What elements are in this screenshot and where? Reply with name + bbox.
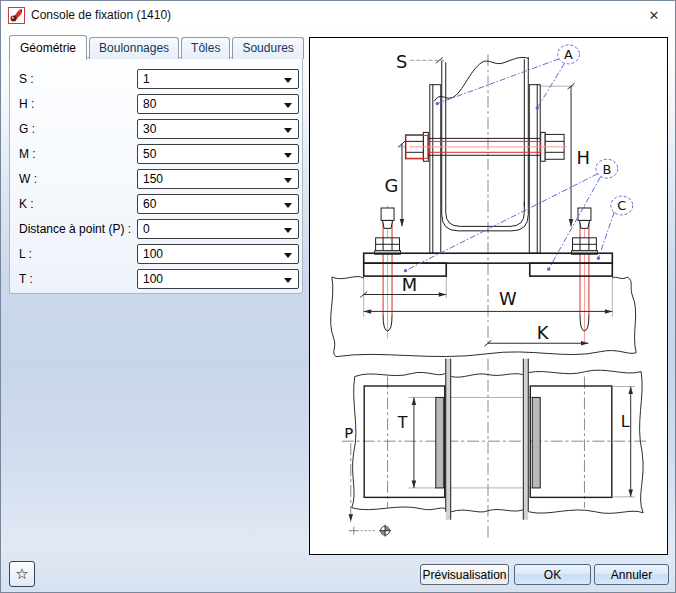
combo-s[interactable]: 1 bbox=[137, 69, 299, 89]
combo-h[interactable]: 80 bbox=[137, 94, 299, 114]
app-icon bbox=[8, 7, 25, 24]
tab-geometrie[interactable]: Géométrie bbox=[9, 35, 87, 60]
dim-label-h: H bbox=[577, 147, 590, 168]
chevron-down-icon[interactable] bbox=[284, 103, 292, 108]
dim-label-l: L bbox=[621, 412, 630, 431]
chevron-down-icon[interactable] bbox=[284, 78, 292, 83]
form-row: G : 30 bbox=[10, 119, 302, 139]
combo-g[interactable]: 30 bbox=[137, 119, 299, 139]
preview-drawing: S H G M W K T L P A B C bbox=[309, 37, 668, 555]
form-row: S : 1 bbox=[10, 69, 302, 89]
combo-t-value: 100 bbox=[143, 272, 163, 286]
dim-label-m: M bbox=[402, 274, 417, 295]
field-label-t: T : bbox=[19, 269, 33, 289]
combo-p-distance[interactable]: 0 bbox=[137, 219, 299, 239]
field-label-g: G : bbox=[19, 119, 35, 139]
combo-m[interactable]: 50 bbox=[137, 144, 299, 164]
dim-label-t: T bbox=[397, 413, 408, 432]
chevron-down-icon[interactable] bbox=[284, 278, 292, 283]
dialog-window: Console de fixation (1410) ✕ Géométrie B… bbox=[0, 0, 676, 593]
geometry-form: S : 1 H : 80 G : 30 M : 50 bbox=[9, 57, 303, 294]
tab-soudures[interactable]: Soudures bbox=[232, 37, 303, 59]
favorites-button[interactable]: ☆ bbox=[9, 561, 35, 587]
field-label-p-distance: Distance à point (P) : bbox=[19, 219, 131, 239]
form-row: H : 80 bbox=[10, 94, 302, 114]
dim-label-k: K bbox=[537, 322, 550, 343]
ok-button[interactable]: OK bbox=[514, 564, 591, 585]
dim-label-g: G bbox=[385, 175, 399, 196]
field-label-h: H : bbox=[19, 94, 34, 114]
tab-boulonnages[interactable]: Boulonnages bbox=[89, 37, 179, 59]
form-row: Distance à point (P) : 0 bbox=[10, 219, 302, 239]
callout-a: A bbox=[564, 47, 573, 62]
dim-label-s: S bbox=[396, 51, 407, 72]
callout-b: B bbox=[602, 162, 611, 177]
combo-w[interactable]: 150 bbox=[137, 169, 299, 189]
dim-label-p: P bbox=[344, 424, 353, 442]
chevron-down-icon[interactable] bbox=[284, 178, 292, 183]
chevron-down-icon[interactable] bbox=[284, 203, 292, 208]
tab-toles[interactable]: Tôles bbox=[181, 37, 230, 59]
combo-m-value: 50 bbox=[143, 147, 156, 161]
chevron-down-icon[interactable] bbox=[284, 128, 292, 133]
title-bar: Console de fixation (1410) ✕ bbox=[1, 1, 675, 29]
callout-c: C bbox=[617, 198, 626, 213]
combo-t[interactable]: 100 bbox=[137, 269, 299, 289]
form-row: K : 60 bbox=[10, 194, 302, 214]
close-button[interactable]: ✕ bbox=[640, 5, 668, 25]
combo-w-value: 150 bbox=[143, 172, 163, 186]
datum-point-icon bbox=[379, 525, 391, 537]
form-row: M : 50 bbox=[10, 144, 302, 164]
combo-s-value: 1 bbox=[143, 72, 150, 86]
chevron-down-icon[interactable] bbox=[284, 153, 292, 158]
form-row: L : 100 bbox=[10, 244, 302, 264]
form-row: W : 150 bbox=[10, 169, 302, 189]
chevron-down-icon[interactable] bbox=[284, 253, 292, 258]
connection-diagram: S H G M W K T L P A B C bbox=[310, 38, 667, 554]
field-label-w: W : bbox=[19, 169, 37, 189]
combo-h-value: 80 bbox=[143, 97, 156, 111]
window-title: Console de fixation (1410) bbox=[31, 8, 171, 22]
field-label-s: S : bbox=[19, 69, 34, 89]
combo-l-value: 100 bbox=[143, 247, 163, 261]
combo-g-value: 30 bbox=[143, 122, 156, 136]
combo-k[interactable]: 60 bbox=[137, 194, 299, 214]
cancel-button[interactable]: Annuler bbox=[594, 564, 669, 585]
combo-k-value: 60 bbox=[143, 197, 156, 211]
field-label-l: L : bbox=[19, 244, 32, 264]
tab-bar: Géométrie Boulonnages Tôles Soudures bbox=[9, 34, 306, 59]
combo-p-distance-value: 0 bbox=[143, 222, 150, 236]
dim-label-w: W bbox=[499, 288, 517, 309]
chevron-down-icon[interactable] bbox=[284, 228, 292, 233]
field-label-k: K : bbox=[19, 194, 34, 214]
form-row: T : 100 bbox=[10, 269, 302, 289]
combo-l[interactable]: 100 bbox=[137, 244, 299, 264]
star-icon: ☆ bbox=[15, 565, 28, 583]
preview-button[interactable]: Prévisualisation bbox=[420, 564, 509, 585]
field-label-m: M : bbox=[19, 144, 36, 164]
